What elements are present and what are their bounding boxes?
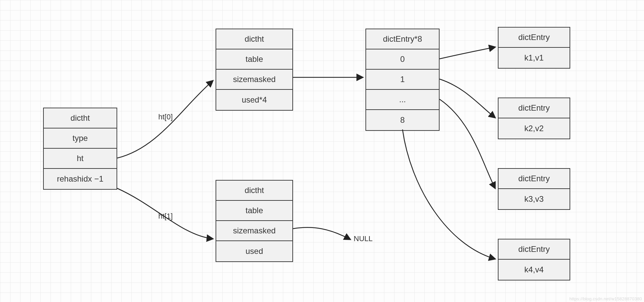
edge-slot8-to-entry3 bbox=[402, 129, 495, 259]
entries-cell-1: 1 bbox=[366, 70, 439, 90]
edge-ht1-to-null bbox=[293, 227, 350, 239]
ht1-cell-used: used bbox=[216, 241, 292, 261]
entry0-header: dictEntry bbox=[498, 28, 570, 48]
entries-cell-header: dictEntry*8 bbox=[366, 29, 439, 49]
entry1-box: dictEntry k2,v2 bbox=[498, 98, 570, 139]
entry2-value: k3,v3 bbox=[498, 189, 570, 209]
entries-cell-8: 8 bbox=[366, 110, 439, 130]
edge-slot1-to-entry1 bbox=[440, 79, 495, 118]
ht0-cell-used: used*4 bbox=[216, 90, 292, 110]
entry1-value: k2,v2 bbox=[498, 118, 570, 139]
ht0-cell-table: table bbox=[216, 49, 292, 70]
dict-cell-ht: ht bbox=[44, 149, 117, 169]
ht1-box: dictht table sizemasked used bbox=[216, 180, 293, 262]
watermark: https://blog.csdn.net/w15828870380 bbox=[569, 296, 642, 301]
entries-box: dictEntry*8 0 1 ... 8 bbox=[365, 29, 440, 131]
label-ht0: ht[0] bbox=[158, 113, 173, 121]
label-null: NULL bbox=[354, 234, 373, 243]
entry2-header: dictEntry bbox=[498, 169, 570, 189]
ht1-cell-dictht: dictht bbox=[216, 181, 292, 201]
dict-cell-dictht: dictht bbox=[44, 108, 117, 128]
entry2-box: dictEntry k3,v3 bbox=[498, 168, 570, 210]
dict-box: dictht type ht rehashidx −1 bbox=[43, 108, 117, 190]
ht1-cell-table: table bbox=[216, 201, 292, 221]
dict-cell-type: type bbox=[44, 128, 117, 149]
entry1-header: dictEntry bbox=[498, 98, 570, 118]
ht1-cell-sizemasked: sizemasked bbox=[216, 221, 292, 241]
ht0-cell-dictht: dictht bbox=[216, 29, 292, 49]
edge-slotdots-to-entry2 bbox=[440, 99, 495, 188]
entries-cell-dots: ... bbox=[366, 90, 439, 110]
entry3-value: k4,v4 bbox=[498, 260, 570, 280]
entry0-value: k1,v1 bbox=[498, 48, 570, 68]
ht0-box: dictht table sizemasked used*4 bbox=[216, 29, 293, 111]
entries-cell-0: 0 bbox=[366, 49, 439, 70]
entry3-header: dictEntry bbox=[498, 239, 570, 260]
label-ht1: ht[1] bbox=[158, 212, 173, 221]
entry0-box: dictEntry k1,v1 bbox=[498, 27, 570, 69]
entry3-box: dictEntry k4,v4 bbox=[498, 239, 570, 280]
ht0-cell-sizemasked: sizemasked bbox=[216, 70, 292, 90]
dict-cell-rehashidx: rehashidx −1 bbox=[44, 169, 117, 189]
edge-slot0-to-entry0 bbox=[440, 47, 495, 59]
